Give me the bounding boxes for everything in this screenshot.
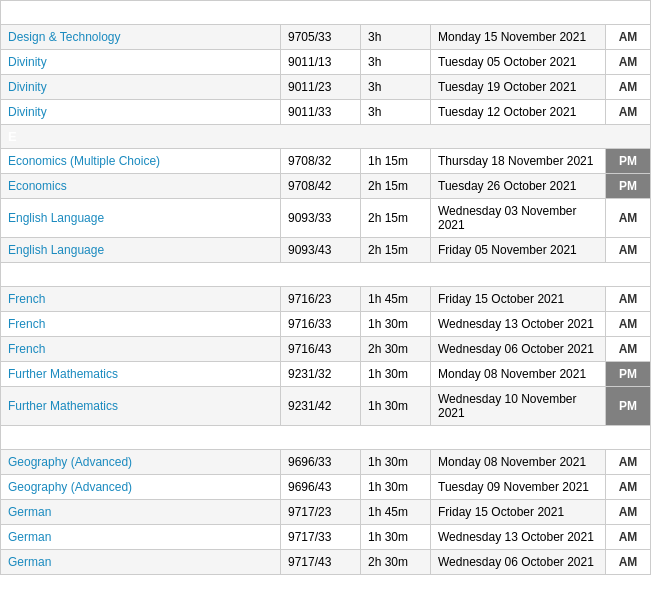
table-row: Geography (Advanced)9696/431h 30mTuesday… [1, 475, 651, 500]
exam-code: 9708/42 [281, 174, 361, 199]
exam-date: Wednesday 03 November 2021 [431, 199, 606, 238]
exam-date: Tuesday 12 October 2021 [431, 100, 606, 125]
exam-code: 9696/43 [281, 475, 361, 500]
exam-session: PM [606, 387, 651, 426]
exam-code: 9716/43 [281, 337, 361, 362]
exam-duration: 2h 30m [361, 337, 431, 362]
exam-code: 9093/33 [281, 199, 361, 238]
exam-timetable: DDesign & Technology9705/333hMonday 15 N… [0, 0, 651, 575]
table-row: Economics (Multiple Choice)9708/321h 15m… [1, 149, 651, 174]
subject-name: German [1, 525, 281, 550]
table-row: English Language9093/432h 15mFriday 05 N… [1, 238, 651, 263]
exam-duration: 1h 30m [361, 362, 431, 387]
exam-date: Tuesday 05 October 2021 [431, 50, 606, 75]
subject-name: Economics [1, 174, 281, 199]
exam-duration: 1h 15m [361, 149, 431, 174]
section-header-e: E [1, 125, 651, 149]
exam-duration: 1h 45m [361, 500, 431, 525]
exam-session: AM [606, 25, 651, 50]
exam-date: Thursday 18 November 2021 [431, 149, 606, 174]
table-row: Further Mathematics9231/421h 30mWednesda… [1, 387, 651, 426]
exam-session: PM [606, 362, 651, 387]
exam-session: AM [606, 287, 651, 312]
subject-name: English Language [1, 238, 281, 263]
subject-name: French [1, 287, 281, 312]
exam-date: Wednesday 13 October 2021 [431, 525, 606, 550]
table-row: Divinity9011/233hTuesday 19 October 2021… [1, 75, 651, 100]
exam-session: AM [606, 475, 651, 500]
section-header-g: G [1, 426, 651, 450]
table-row: German9717/432h 30mWednesday 06 October … [1, 550, 651, 575]
exam-code: 9011/33 [281, 100, 361, 125]
subject-name: Economics (Multiple Choice) [1, 149, 281, 174]
exam-date: Wednesday 06 October 2021 [431, 550, 606, 575]
exam-duration: 1h 30m [361, 387, 431, 426]
exam-date: Monday 08 November 2021 [431, 450, 606, 475]
exam-date: Monday 15 November 2021 [431, 25, 606, 50]
exam-duration: 1h 30m [361, 312, 431, 337]
exam-code: 9231/32 [281, 362, 361, 387]
exam-duration: 3h [361, 25, 431, 50]
exam-code: 9717/43 [281, 550, 361, 575]
exam-date: Tuesday 09 November 2021 [431, 475, 606, 500]
exam-date: Friday 15 October 2021 [431, 500, 606, 525]
exam-date: Wednesday 06 October 2021 [431, 337, 606, 362]
exam-session: AM [606, 450, 651, 475]
exam-code: 9093/43 [281, 238, 361, 263]
exam-session: AM [606, 500, 651, 525]
subject-name: Divinity [1, 75, 281, 100]
exam-session: AM [606, 312, 651, 337]
exam-duration: 3h [361, 50, 431, 75]
exam-duration: 2h 30m [361, 550, 431, 575]
table-row: French9716/331h 30mWednesday 13 October … [1, 312, 651, 337]
exam-session: AM [606, 75, 651, 100]
exam-code: 9716/33 [281, 312, 361, 337]
exam-code: 9231/42 [281, 387, 361, 426]
exam-duration: 3h [361, 100, 431, 125]
exam-session: PM [606, 174, 651, 199]
subject-name: German [1, 500, 281, 525]
table-row: Geography (Advanced)9696/331h 30mMonday … [1, 450, 651, 475]
exam-duration: 2h 15m [361, 199, 431, 238]
table-row: Economics9708/422h 15mTuesday 26 October… [1, 174, 651, 199]
table-row: English Language9093/332h 15mWednesday 0… [1, 199, 651, 238]
exam-code: 9011/23 [281, 75, 361, 100]
exam-session: AM [606, 337, 651, 362]
exam-session: AM [606, 238, 651, 263]
subject-name: French [1, 337, 281, 362]
subject-name: Geography (Advanced) [1, 475, 281, 500]
exam-duration: 1h 30m [361, 450, 431, 475]
subject-name: Divinity [1, 50, 281, 75]
exam-code: 9011/13 [281, 50, 361, 75]
table-row: Further Mathematics9231/321h 30mMonday 0… [1, 362, 651, 387]
exam-code: 9717/33 [281, 525, 361, 550]
section-header-f: F [1, 263, 651, 287]
subject-name: Further Mathematics [1, 362, 281, 387]
subject-name: French [1, 312, 281, 337]
table-row: French9716/432h 30mWednesday 06 October … [1, 337, 651, 362]
exam-session: AM [606, 50, 651, 75]
exam-code: 9716/23 [281, 287, 361, 312]
exam-date: Wednesday 10 November 2021 [431, 387, 606, 426]
exam-date: Monday 08 November 2021 [431, 362, 606, 387]
exam-duration: 1h 30m [361, 525, 431, 550]
exam-duration: 1h 45m [361, 287, 431, 312]
table-row: Divinity9011/133hTuesday 05 October 2021… [1, 50, 651, 75]
exam-session: AM [606, 525, 651, 550]
subject-name: Divinity [1, 100, 281, 125]
exam-session: AM [606, 100, 651, 125]
table-row: Design & Technology9705/333hMonday 15 No… [1, 25, 651, 50]
subject-name: Design & Technology [1, 25, 281, 50]
exam-duration: 1h 30m [361, 475, 431, 500]
exam-code: 9717/23 [281, 500, 361, 525]
exam-session: AM [606, 199, 651, 238]
exam-code: 9696/33 [281, 450, 361, 475]
exam-code: 9708/32 [281, 149, 361, 174]
subject-name: German [1, 550, 281, 575]
exam-session: PM [606, 149, 651, 174]
table-row: German9717/331h 30mWednesday 13 October … [1, 525, 651, 550]
exam-date: Tuesday 26 October 2021 [431, 174, 606, 199]
exam-duration: 2h 15m [361, 174, 431, 199]
subject-name: English Language [1, 199, 281, 238]
exam-duration: 2h 15m [361, 238, 431, 263]
